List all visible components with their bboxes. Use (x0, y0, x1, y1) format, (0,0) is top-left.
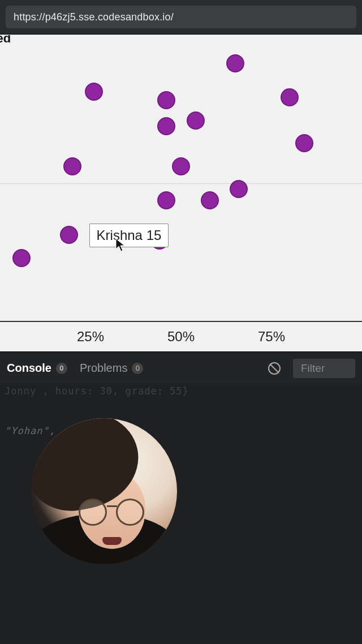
tab-problems[interactable]: Problems 0 (80, 352, 143, 384)
data-point[interactable] (12, 249, 31, 267)
gridline (0, 35, 362, 35)
address-bar-container: https://p46zj5.sse.codesandbox.io/ (0, 0, 362, 35)
data-point[interactable] (295, 134, 313, 152)
x-axis-line (0, 321, 362, 322)
data-point[interactable] (226, 54, 244, 72)
x-tick-label: 25% (77, 329, 104, 345)
address-bar[interactable]: https://p46zj5.sse.codesandbox.io/ (6, 6, 356, 28)
x-tick-label: 50% (167, 329, 195, 345)
console-output[interactable]: Jonny , hours: 30, grade: 55} "Yohan", :… (0, 384, 362, 644)
data-point[interactable] (63, 157, 81, 175)
x-tick-label: 75% (258, 329, 285, 345)
data-point[interactable] (187, 111, 205, 130)
data-point[interactable] (85, 83, 103, 101)
console-line: Jonny , hours: 30, grade: 55} (0, 384, 362, 398)
chart-plot-area[interactable]: Krishna 15 (0, 35, 362, 321)
tab-label: Problems (80, 362, 127, 375)
data-point[interactable] (157, 91, 175, 109)
tab-console[interactable]: Console 0 (7, 352, 67, 384)
problems-count-badge: 0 (132, 363, 143, 374)
x-axis-ticks: 25%50%75% (0, 329, 362, 351)
scatter-chart: ned Krishna 15 25%50%75% (0, 35, 362, 351)
console-count-badge: 0 (56, 363, 67, 374)
gridline (0, 183, 362, 184)
data-point[interactable] (230, 180, 248, 198)
data-point[interactable] (60, 226, 78, 244)
data-point[interactable] (157, 117, 175, 135)
data-point[interactable] (201, 191, 219, 209)
no-entry-icon[interactable] (268, 362, 281, 375)
tab-label: Console (7, 362, 51, 375)
console-line: "Yohan", : 50} (0, 424, 362, 437)
devtools-tabbar: Console 0 Problems 0 Filter (0, 351, 362, 384)
presenter-avatar (31, 418, 177, 564)
filter-input[interactable]: Filter (293, 359, 355, 378)
data-point[interactable] (172, 157, 190, 175)
data-point[interactable] (157, 191, 175, 209)
data-point[interactable] (281, 88, 299, 106)
tooltip: Krishna 15 (89, 224, 169, 247)
